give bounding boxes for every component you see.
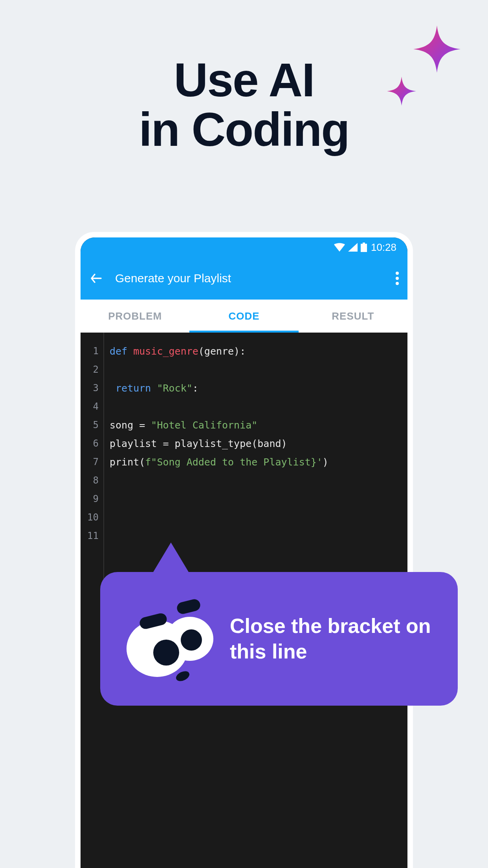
code-line[interactable] bbox=[110, 360, 402, 379]
code-line[interactable]: return "Rock": bbox=[110, 379, 402, 397]
tab-result[interactable]: RESULT bbox=[299, 300, 407, 333]
line-number: 3 bbox=[81, 379, 103, 397]
line-number: 9 bbox=[81, 490, 103, 508]
headline-line1: Use AI bbox=[139, 55, 349, 105]
svg-point-8 bbox=[174, 669, 191, 683]
app-bar: Generate your Playlist bbox=[81, 257, 407, 300]
code-line[interactable] bbox=[110, 397, 402, 416]
line-number: 8 bbox=[81, 471, 103, 490]
tab-code[interactable]: CODE bbox=[189, 300, 298, 333]
line-number: 5 bbox=[81, 416, 103, 434]
code-line[interactable]: playlist = playlist_type(band) bbox=[110, 434, 402, 453]
svg-rect-0 bbox=[361, 244, 367, 252]
app-bar-title: Generate your Playlist bbox=[115, 272, 384, 285]
line-number: 2 bbox=[81, 360, 103, 379]
code-line[interactable] bbox=[110, 508, 402, 527]
code-line[interactable] bbox=[110, 471, 402, 490]
svg-rect-7 bbox=[176, 598, 201, 615]
line-number: 4 bbox=[81, 397, 103, 416]
line-number: 11 bbox=[81, 527, 103, 545]
line-number: 6 bbox=[81, 434, 103, 453]
line-number: 1 bbox=[81, 342, 103, 360]
battery-icon bbox=[361, 243, 367, 252]
mascot-icon bbox=[120, 594, 218, 684]
sparkle-icon bbox=[386, 26, 464, 112]
svg-point-5 bbox=[181, 629, 202, 651]
tab-problem[interactable]: PROBLEM bbox=[81, 300, 189, 333]
tooltip-text: Close the bracket on this line bbox=[230, 613, 438, 664]
more-vert-icon[interactable] bbox=[396, 272, 399, 285]
tabs: PROBLEM CODE RESULT bbox=[81, 300, 407, 333]
signal-icon bbox=[348, 243, 358, 252]
status-bar: 10:28 bbox=[81, 237, 407, 257]
code-line[interactable]: song = "Hotel California" bbox=[110, 416, 402, 434]
wifi-icon bbox=[334, 243, 345, 252]
tooltip-pointer bbox=[147, 542, 194, 582]
headline-line2: in Coding bbox=[139, 105, 349, 154]
phone-frame: 10:28 Generate your Playlist PROBLEM COD… bbox=[75, 232, 413, 868]
code-line[interactable]: def music_genre(genre): bbox=[110, 342, 402, 360]
phone-screen: 10:28 Generate your Playlist PROBLEM COD… bbox=[81, 237, 407, 868]
status-time: 10:28 bbox=[371, 241, 396, 254]
line-number: 10 bbox=[81, 508, 103, 527]
svg-point-4 bbox=[153, 640, 179, 666]
back-arrow-icon[interactable] bbox=[89, 271, 103, 285]
line-number: 7 bbox=[81, 453, 103, 471]
code-line[interactable] bbox=[110, 490, 402, 508]
code-line[interactable]: print(f"Song Added to the Playlist}') bbox=[110, 453, 402, 471]
status-icons bbox=[334, 243, 367, 252]
headline: Use AI in Coding bbox=[139, 55, 349, 154]
ai-hint-tooltip: Close the bracket on this line bbox=[100, 572, 458, 706]
svg-rect-1 bbox=[363, 243, 365, 244]
